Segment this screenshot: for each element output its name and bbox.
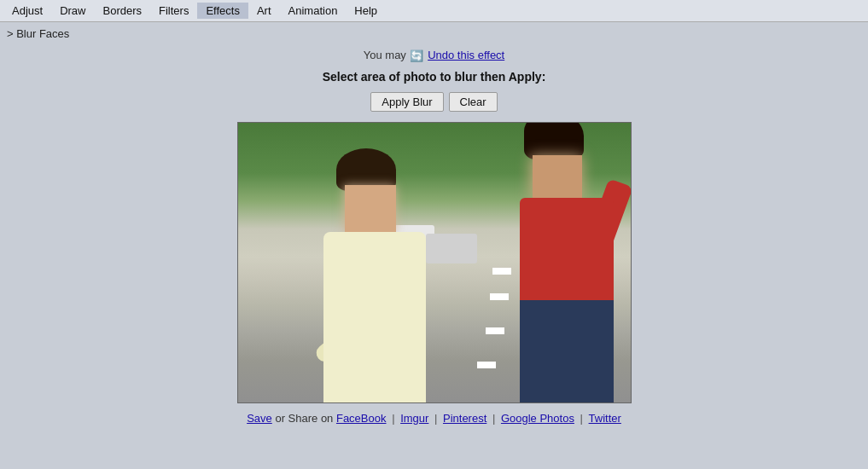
google-photos-link[interactable]: Google Photos [501, 412, 574, 425]
button-row: Apply Blur Clear [370, 92, 497, 112]
road-line [486, 327, 504, 334]
sep2: | [434, 412, 440, 425]
footer-links: Save or Share on FaceBook | Imgur | Pint… [247, 412, 621, 425]
photo-canvas[interactable] [237, 122, 632, 403]
photo-background [238, 123, 631, 402]
person1-head [345, 185, 396, 236]
person2 [511, 147, 622, 402]
menu-effects[interactable]: Effects [197, 3, 248, 19]
menu-help[interactable]: Help [346, 3, 386, 19]
facebook-link[interactable]: FaceBook [336, 412, 387, 425]
clear-button[interactable]: Clear [449, 92, 498, 112]
imgur-link[interactable]: Imgur [400, 412, 428, 425]
person2-head [533, 155, 582, 202]
undo-link[interactable]: Undo this effect [428, 49, 504, 61]
sep4: | [580, 412, 586, 425]
menu-borders[interactable]: Borders [94, 3, 150, 19]
menu-draw[interactable]: Draw [51, 3, 94, 19]
person1 [306, 164, 443, 402]
undo-line: You may 🔄 Undo this effect [364, 49, 504, 63]
road-line [492, 268, 511, 275]
breadcrumb: > Blur Faces [0, 22, 868, 45]
road-line [477, 362, 496, 368]
road-line [490, 293, 509, 300]
person2-jeans [520, 300, 614, 402]
menu-animation[interactable]: Animation [280, 3, 347, 19]
person1-body [323, 232, 426, 402]
twitter-link[interactable]: Twitter [589, 412, 621, 425]
main-content: You may 🔄 Undo this effect Select area o… [0, 45, 868, 425]
menu-adjust[interactable]: Adjust [3, 3, 51, 19]
footer-share-text: or Share on [275, 412, 336, 425]
menu-bar: Adjust Draw Borders Filters Effects Art … [0, 0, 868, 22]
undo-icon: 🔄 [410, 49, 423, 63]
sep3: | [492, 412, 498, 425]
save-link[interactable]: Save [247, 412, 272, 425]
sep1: | [392, 412, 398, 425]
undo-prefix: You may [364, 49, 410, 61]
menu-art[interactable]: Art [248, 3, 280, 19]
apply-blur-button[interactable]: Apply Blur [370, 92, 443, 112]
person2-hair [524, 122, 584, 159]
instruction-text: Select area of photo to blur then Apply: [323, 70, 546, 84]
pinterest-link[interactable]: Pinterest [443, 412, 486, 425]
menu-filters[interactable]: Filters [150, 3, 197, 19]
